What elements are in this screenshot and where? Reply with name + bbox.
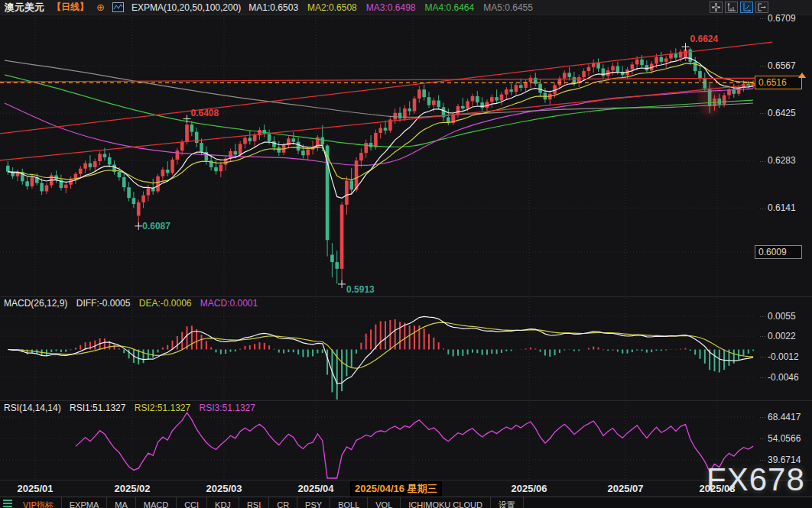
macd-diff-value: DIFF:-0.0005 xyxy=(76,298,131,309)
macd-dea-value: DEA:-0.0006 xyxy=(139,298,192,309)
rsi-axis-label: 68.4417 xyxy=(760,412,801,422)
selected-date-label: 2025/04/16 星期三 xyxy=(350,481,442,497)
indicator-list-icon[interactable] xyxy=(3,500,12,507)
macd-histogram xyxy=(13,319,753,400)
trend-line[interactable] xyxy=(0,83,772,160)
x-axis-label: 2025/03 xyxy=(193,483,255,494)
price-annotation: 0.6408 xyxy=(191,108,219,118)
toolbar-item-设置[interactable]: 设置 xyxy=(491,497,524,508)
x-axis-label: 2025/07 xyxy=(595,483,656,494)
rsi-title: RSI(14,14,14) xyxy=(4,403,61,413)
price-axis-label: 0.6425 xyxy=(760,108,796,118)
price-annotation: 0.6624 xyxy=(690,34,719,44)
price-up-arrow-icon xyxy=(798,73,806,78)
toolbar-item-expma[interactable]: EXPMA xyxy=(62,497,108,508)
rsi2-value: RSI2:51.1327 xyxy=(135,403,190,413)
macd-axis-label: 0.0022 xyxy=(760,331,796,341)
indicator-toolbar: VIP指标EXPMAMAMACDCCIKDJRSICRPSYBOLLVOLICH… xyxy=(0,497,812,508)
extreme-cross-marker xyxy=(135,222,142,230)
ma50-line xyxy=(5,89,753,165)
watermark: FX678 xyxy=(706,461,805,498)
price-axis-label: 0.6141 xyxy=(760,202,796,213)
toolbar-item-cci[interactable]: CCI xyxy=(177,497,207,508)
extreme-cross-marker xyxy=(682,43,690,50)
macd-panel[interactable] xyxy=(8,316,753,400)
price-annotation: 0.5913 xyxy=(346,284,375,295)
macd-title: MACD(26,12,9) xyxy=(4,298,67,309)
ma100-line xyxy=(5,75,753,147)
price-annotation: 0.6087 xyxy=(142,221,171,231)
toolbar-item-ichimoku-cloud[interactable]: ICHIMOKU CLOUD xyxy=(401,497,491,508)
x-axis-label: 2025/02 xyxy=(102,483,163,494)
rsi-panel[interactable] xyxy=(76,413,753,478)
trend-line[interactable] xyxy=(0,42,772,134)
rsi3-value: RSI3:51.1327 xyxy=(200,403,255,413)
toolbar-item-ma[interactable]: MA xyxy=(107,497,136,508)
toolbar-item-boll[interactable]: BOLL xyxy=(330,497,368,508)
rsi1-value: RSI1:51.1327 xyxy=(70,403,125,413)
price-axis-label: 0.6283 xyxy=(760,155,796,166)
price-axis-label: 0.6709 xyxy=(760,13,796,24)
toolbar-item-psy[interactable]: PSY xyxy=(297,497,330,508)
toolbar-item-cr[interactable]: CR xyxy=(269,497,297,508)
trend-line[interactable] xyxy=(0,78,772,82)
macd-axis-label: -0.0046 xyxy=(760,372,799,383)
rsi-axis-label: 54.0566 xyxy=(760,433,801,444)
low-price-label: 0.6009 xyxy=(755,245,802,259)
toolbar-item-rsi[interactable]: RSI xyxy=(239,497,269,508)
macd-axis-label: 0.0055 xyxy=(760,311,796,322)
x-axis-label: 2025/06 xyxy=(499,483,560,494)
trading-chart-app: 澳元美元 【日线】 ⊕ EXPMA(10,20,50,100,200) MA1:… xyxy=(0,0,812,508)
toolbar-item-kdj[interactable]: KDJ xyxy=(207,497,239,508)
x-axis-label: 2025/04 xyxy=(285,483,346,494)
toolbar-item-macd[interactable]: MACD xyxy=(136,497,177,508)
macd-value: MACD:0.0001 xyxy=(200,298,258,309)
chart-canvas[interactable] xyxy=(0,0,812,508)
toolbar-item-vol[interactable]: VOL xyxy=(368,497,401,508)
rsi-line xyxy=(76,413,753,478)
current-price-label: 0.6516 xyxy=(755,76,802,89)
rsi-header: RSI(14,14,14) RSI1:51.1327 RSI2:51.1327 … xyxy=(4,403,261,413)
price-axis-label: 0.6567 xyxy=(760,60,796,71)
macd-header: MACD(26,12,9) DIFF:-0.0005 DEA:-0.0006 M… xyxy=(4,298,264,309)
toolbar-item-vip指标[interactable]: VIP指标 xyxy=(15,497,62,508)
macd-axis-label: -0.0012 xyxy=(760,351,799,362)
x-axis-label: 2025/01 xyxy=(5,483,66,494)
extreme-cross-marker xyxy=(338,280,346,288)
